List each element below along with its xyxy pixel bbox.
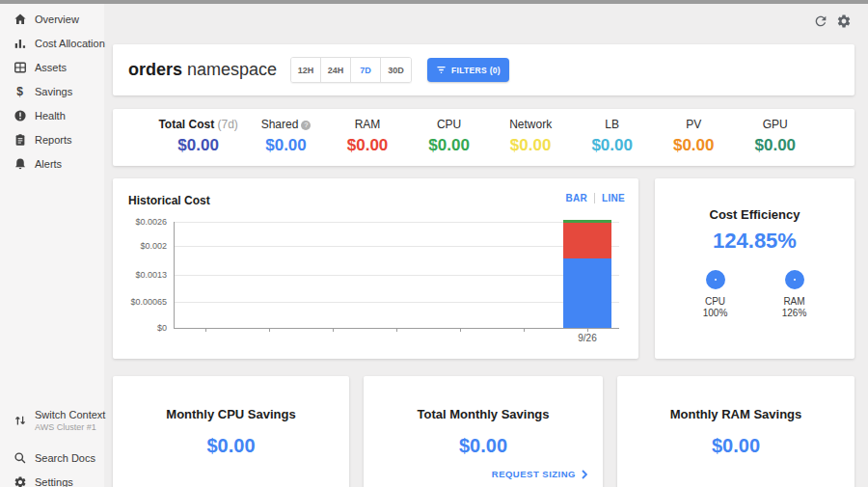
ram-donut-chart <box>785 270 804 289</box>
sidebar-item-label: Reports <box>35 134 72 146</box>
savings-title: Monthly CPU Savings <box>113 407 349 421</box>
search-icon <box>13 450 27 465</box>
time-range-7d-button[interactable]: 7D <box>351 58 381 82</box>
x-axis-tick <box>205 328 206 332</box>
stat-window-suffix: (7d) <box>218 118 238 131</box>
stat-value: $0.00 <box>408 136 490 155</box>
sidebar-item-label: Settings <box>35 476 73 487</box>
cost-summary-card: Total Cost (7d) $0.00 Shared $0.00 RAM $… <box>113 109 854 166</box>
cpu-donut-chart <box>706 270 725 289</box>
bar-chart-icon <box>13 36 27 50</box>
donut-label: CPU <box>687 296 745 307</box>
stat-value: $0.00 <box>735 136 817 155</box>
sidebar-item-reports[interactable]: Reports <box>0 127 104 151</box>
stat-value: $0.00 <box>327 136 409 155</box>
gear-icon[interactable] <box>836 14 852 29</box>
health-icon <box>13 108 27 122</box>
sidebar-item-label: Savings <box>35 86 72 97</box>
bar-segment-green[interactable] <box>563 220 611 223</box>
efficiency-value: 124.85% <box>655 229 854 254</box>
monthly-cpu-savings-card: Monthly CPU Savings $0.00 <box>113 376 349 487</box>
sidebar-item-switch-context[interactable]: Switch Context AWS Cluster #1 <box>0 404 104 437</box>
monthly-ram-savings-card: Monthly RAM Savings $0.00 <box>617 376 854 487</box>
stat-label: CPU <box>408 118 490 131</box>
sidebar-item-savings[interactable]: $ Savings <box>0 79 104 103</box>
top-loading-strip <box>0 0 868 4</box>
stat-total-cost: Total Cost (7d) $0.00 <box>151 118 245 166</box>
y-axis-tick-label: $0.0026 <box>135 217 167 227</box>
donut-percent: 126% <box>766 308 824 318</box>
namespace-type: namespace <box>182 60 277 79</box>
x-axis-tick <box>587 328 588 332</box>
stat-pv: PV $0.00 <box>653 118 735 166</box>
stat-label: Total Cost (7d) <box>151 118 245 131</box>
historical-cost-card: Historical Cost BAR LINE $0$0.00065$0.00… <box>113 178 638 359</box>
filters-button[interactable]: FILTERS (0) <box>427 58 509 82</box>
sidebar-item-label: Overview <box>35 14 79 25</box>
filter-icon <box>436 66 447 74</box>
home-icon <box>13 12 27 26</box>
time-range-12h-button[interactable]: 12H <box>291 58 321 82</box>
sidebar-nav: Overview Cost Allocation Assets $ Saving… <box>0 4 104 176</box>
bar-segment-red[interactable] <box>563 223 611 258</box>
sidebar-item-search-docs[interactable]: Search Docs <box>0 446 104 470</box>
sidebar-item-cost-allocation[interactable]: Cost Allocation <box>0 31 104 55</box>
help-icon[interactable] <box>301 121 311 130</box>
stat-cpu: CPU $0.00 <box>408 118 490 166</box>
efficiency-title: Cost Efficiency <box>655 207 854 222</box>
time-range-24h-button[interactable]: 24H <box>321 58 351 82</box>
stat-shared: Shared $0.00 <box>245 118 327 166</box>
sidebar-item-alerts[interactable]: Alerts <box>0 151 104 176</box>
request-sizing-label: REQUEST SIZING <box>492 469 576 479</box>
stat-label: LB <box>571 118 653 131</box>
efficiency-donuts: CPU 100% RAM 126% <box>655 270 854 318</box>
x-axis-tick-label: 9/26 <box>558 333 616 343</box>
historical-cost-plot: $0$0.00065$0.0013$0.002$0.00269/26 <box>113 178 638 359</box>
chart-gridline <box>174 246 619 247</box>
x-axis-tick <box>333 328 334 332</box>
namespace-name: orders <box>128 60 182 79</box>
sidebar-item-label: Cost Allocation <box>35 38 105 49</box>
sidebar-item-assets[interactable]: Assets <box>0 55 104 79</box>
cost-efficiency-card: Cost Efficiency 124.85% CPU 100% RAM 126… <box>655 178 854 359</box>
ram-efficiency: RAM 126% <box>766 270 824 318</box>
cpu-efficiency: CPU 100% <box>687 270 745 318</box>
refresh-icon[interactable] <box>813 14 828 29</box>
time-range-group: 12H 24H 7D 30D <box>290 57 412 83</box>
chart-gridline <box>174 302 619 303</box>
cluster-context-label: AWS Cluster #1 <box>35 422 105 432</box>
bell-icon <box>13 156 27 171</box>
sidebar-item-settings[interactable]: Settings <box>0 470 104 487</box>
stat-network: Network $0.00 <box>490 118 572 166</box>
y-axis-tick-label: $0.00065 <box>130 297 167 307</box>
stat-label: RAM <box>327 118 409 131</box>
stat-value: $0.00 <box>490 136 572 155</box>
savings-value: $0.00 <box>364 435 603 457</box>
filters-button-label: FILTERS (0) <box>451 66 501 75</box>
stat-label: Shared <box>245 118 327 131</box>
stat-value: $0.00 <box>245 136 327 155</box>
chart-gridline <box>174 275 619 276</box>
y-axis-tick-label: $0.002 <box>140 241 167 251</box>
stat-value: $0.00 <box>653 136 735 155</box>
donut-label: RAM <box>766 296 824 307</box>
bar-segment-blue[interactable] <box>563 258 611 328</box>
dollar-icon: $ <box>13 84 27 98</box>
time-range-30d-button[interactable]: 30D <box>381 58 411 82</box>
sidebar-item-label: Health <box>35 110 66 122</box>
request-sizing-link[interactable]: REQUEST SIZING <box>492 469 587 479</box>
y-axis-tick-label: $0.0013 <box>135 270 167 280</box>
sidebar-item-label: Alerts <box>35 158 62 170</box>
stat-gpu: GPU $0.00 <box>735 118 817 166</box>
sidebar-item-label: Search Docs <box>35 452 95 464</box>
stat-value: $0.00 <box>571 136 653 155</box>
savings-title: Total Monthly Savings <box>364 407 603 421</box>
y-axis-tick-label: $0 <box>157 323 167 333</box>
sidebar-item-health[interactable]: Health <box>0 103 104 127</box>
stat-ram: RAM $0.00 <box>327 118 409 166</box>
sidebar-footer: Switch Context AWS Cluster #1 Search Doc… <box>0 404 104 487</box>
sidebar-item-overview[interactable]: Overview <box>0 7 104 31</box>
switch-arrows-icon <box>13 414 27 428</box>
x-axis-tick <box>396 328 397 332</box>
x-axis-tick <box>269 328 270 332</box>
